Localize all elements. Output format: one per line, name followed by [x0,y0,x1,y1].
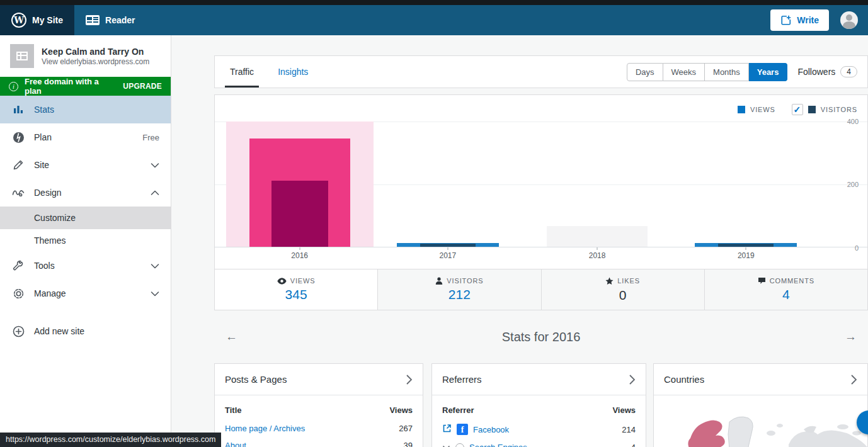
countries-title: Countries [664,374,704,385]
gear-icon [11,288,25,300]
reader-label: Reader [105,15,135,25]
x-axis-labels: 2016201720182019 [215,251,867,263]
plus-circle-icon [11,325,25,337]
chevron-right-icon[interactable] [850,374,857,385]
legend-visitors-label: VISITORS [821,106,857,113]
post-views: 39 [404,441,413,447]
external-link-icon[interactable] [442,424,452,435]
sidebar-item-label: Themes [34,235,66,246]
period-years-button[interactable]: Years [749,63,788,81]
comment-icon [758,277,766,285]
chart-plot [215,122,867,247]
site-url[interactable]: View elderlybias.wordpress.com [42,57,149,66]
summary-views-value: 345 [285,287,307,302]
bar-visitors-2016[interactable] [271,181,328,247]
posts-col-title: Title [225,405,242,415]
sidebar-item-manage[interactable]: Manage [0,280,171,307]
followers-count-badge: 4 [840,66,857,77]
banner-text: Free domain with a plan [25,77,117,96]
table-row: Home page / Archives 267 [225,420,413,437]
sidebar: Keep Calm and Tarry On View elderlybias.… [0,35,171,447]
period-segmented-control: Days Weeks Months Years [627,63,787,81]
facebook-icon: f [457,424,468,435]
x-tick-label: 2016 [291,251,308,260]
posts-pages-table: Title Views Home page / Archives 267 Abo… [215,395,423,447]
table-row: f Facebook 214 [442,420,636,439]
sidebar-item-tools[interactable]: Tools [0,252,171,280]
reader-icon [86,15,100,25]
table-row: Search Engines 4 [442,439,636,447]
post-link[interactable]: About [225,441,246,447]
summary-tab-likes[interactable]: LIKES 0 [541,269,704,310]
countries-header[interactable]: Countries [654,364,867,395]
followers-label: Followers [797,67,835,77]
chart-card: VIEWS ✓ VISITORS 400 200 0 2016201720182… [214,94,868,310]
summary-views-label: VIEWS [290,277,316,285]
post-views: 267 [399,424,413,433]
free-domain-banner[interactable]: i Free domain with a plan UPGRADE [0,77,171,96]
y-tick-200: 200 [847,181,859,188]
info-icon: i [9,82,18,91]
summary-tab-comments[interactable]: COMMENTS 4 [704,269,867,310]
summary-likes-value: 0 [619,288,627,303]
sidebar-item-customize[interactable]: Customize [0,207,171,229]
plan-badge: Free [142,133,159,142]
chevron-down-icon [151,162,159,168]
period-months-button[interactable]: Months [705,63,749,81]
period-weeks-button[interactable]: Weeks [663,63,705,81]
period-nav: ← Stats for 2016 → [214,321,868,353]
referrer-link[interactable]: Search Engines [469,443,527,447]
sidebar-item-plan[interactable]: Plan Free [0,123,171,151]
referrers-title: Referrers [442,374,482,385]
x-axis-tick [299,247,300,250]
masterbar-right: Write [770,5,868,35]
summary-likes-label: LIKES [617,277,640,285]
next-period-arrow[interactable]: → [845,330,857,344]
bar-visitors-2019[interactable] [718,244,774,247]
site-card[interactable]: Keep Calm and Tarry On View elderlybias.… [0,35,171,77]
referrers-header[interactable]: Referrers [432,364,646,395]
pencil-icon [11,159,25,171]
masterbar: W My Site Reader Write [0,5,868,35]
posts-pages-header[interactable]: Posts & Pages [215,364,423,395]
tab-insights[interactable]: Insights [273,56,313,88]
referrers-card: Referrers Referrer Views f Facebook 214 [431,363,646,447]
summary-comments-value: 4 [782,287,790,302]
legend-views[interactable]: VIEWS [738,106,775,113]
sidebar-item-stats[interactable]: Stats [0,96,171,123]
user-avatar[interactable] [840,11,858,29]
visitors-checkbox[interactable]: ✓ [792,104,803,115]
followers-link[interactable]: Followers 4 [797,66,857,77]
plan-icon [11,132,25,144]
tab-traffic[interactable]: Traffic [225,56,259,88]
sidebar-item-design[interactable]: Design [0,179,171,207]
write-button[interactable]: Write [770,9,829,31]
wrench-icon [11,260,25,271]
eye-icon [277,278,287,285]
browser-top-strip [0,0,868,5]
x-axis-tick [447,247,448,250]
bar-visitors-2017[interactable] [420,244,476,247]
person-icon [435,277,443,285]
masterbar-reader[interactable]: Reader [74,5,146,35]
caret-down-icon[interactable] [442,443,450,447]
tab-traffic-label: Traffic [230,67,254,77]
posts-pages-card: Posts & Pages Title Views Home page / Ar… [214,363,423,447]
upgrade-link[interactable]: UPGRADE [123,82,162,91]
post-link[interactable]: Home page / Archives [225,424,305,433]
chevron-right-icon[interactable] [406,374,413,385]
referrer-link[interactable]: Facebook [473,425,509,434]
bar-empty-placeholder[interactable] [547,226,648,247]
masterbar-my-site[interactable]: W My Site [0,5,74,35]
referrer-views: 214 [622,425,636,434]
posts-col-views: Views [389,405,413,415]
summary-tab-visitors[interactable]: VISITORS 212 [377,269,540,310]
add-new-site[interactable]: Add new site [0,317,171,345]
sidebar-item-themes[interactable]: Themes [0,229,171,252]
legend-visitors[interactable]: ✓ VISITORS [792,104,857,115]
period-days-button[interactable]: Days [627,63,663,81]
stats-icon [11,104,25,115]
chevron-right-icon[interactable] [629,374,636,385]
sidebar-item-site[interactable]: Site [0,151,171,179]
summary-tab-views[interactable]: VIEWS 345 [215,269,377,310]
